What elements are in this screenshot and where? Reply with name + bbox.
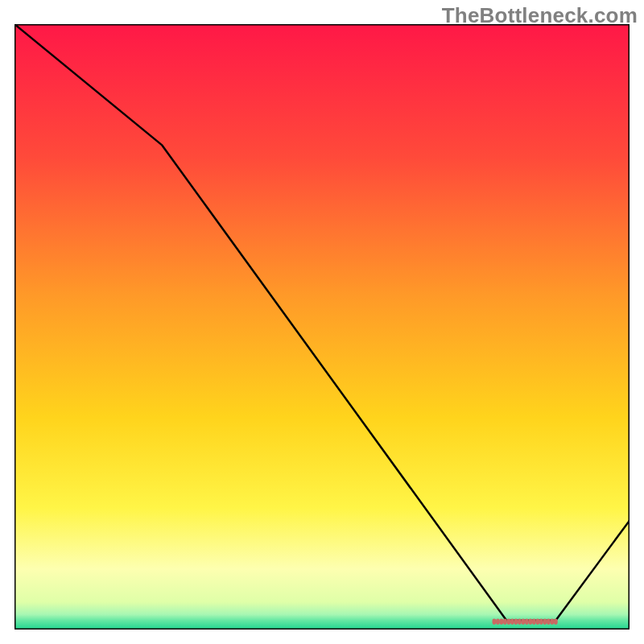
svg-rect-7 <box>518 618 522 625</box>
gradient-background <box>14 24 630 630</box>
svg-rect-6 <box>514 618 518 625</box>
svg-rect-14 <box>543 618 547 625</box>
svg-rect-12 <box>535 618 539 625</box>
svg-rect-4 <box>507 618 511 625</box>
chart-svg <box>14 24 630 630</box>
svg-rect-3 <box>503 618 507 625</box>
svg-rect-10 <box>528 618 532 625</box>
chart-plot <box>14 24 630 630</box>
svg-rect-0 <box>493 618 497 625</box>
svg-rect-17 <box>554 618 558 625</box>
svg-rect-16 <box>550 618 554 625</box>
svg-rect-11 <box>532 618 536 625</box>
watermark-text: TheBottleneck.com <box>442 3 638 28</box>
svg-rect-1 <box>496 618 500 625</box>
svg-rect-13 <box>539 618 543 625</box>
svg-rect-5 <box>510 618 514 625</box>
svg-rect-9 <box>525 618 529 625</box>
svg-rect-8 <box>521 618 525 625</box>
chart-stage: TheBottleneck.com <box>0 0 644 644</box>
svg-rect-15 <box>547 618 551 625</box>
svg-rect-2 <box>500 618 504 625</box>
